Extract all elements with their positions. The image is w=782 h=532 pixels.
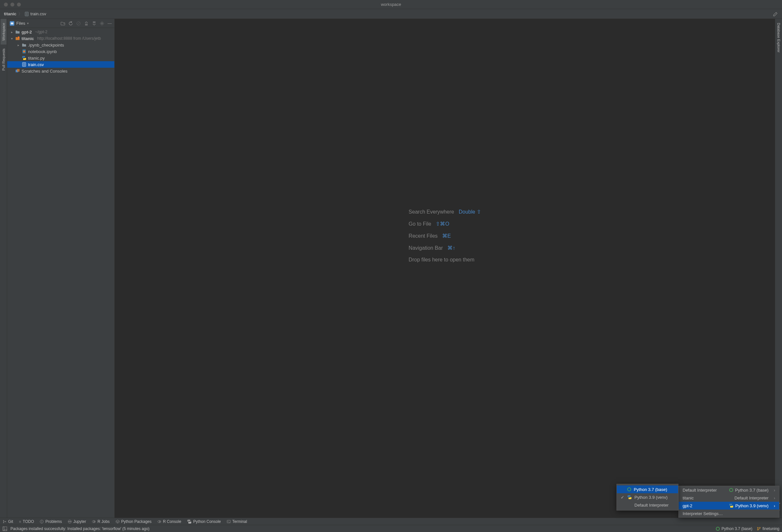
submenu-python37[interactable]: Python 3.7 (base) [617, 486, 678, 493]
tab-git-label: Git [8, 519, 13, 524]
tool-window-quick-access-icon[interactable] [3, 527, 7, 531]
tree-item-train-csv[interactable]: train.csv [7, 61, 114, 68]
welcome-label: Search Everywhere [408, 209, 454, 215]
tree-hint: ~/gpt-2 [35, 30, 47, 34]
tab-git[interactable]: Git [3, 519, 13, 524]
popup-default-interpreter[interactable]: Default Interpreter Python 3.7 (base) › [679, 486, 779, 494]
tab-database-label: Database Explorer [777, 23, 781, 52]
maximize-window-button[interactable] [17, 3, 21, 6]
welcome-label: Go to File [408, 221, 431, 227]
popup-interpreter-settings[interactable]: Interpreter Settings… [679, 509, 779, 517]
tab-workspace[interactable]: Workspace [1, 19, 6, 45]
tree-label: .ipynb_checkpoints [28, 43, 64, 47]
project-tree[interactable]: gpt-2 ~/gpt-2 titanic http://localhost:8… [7, 28, 114, 518]
submenu-default[interactable]: Default Interpreter [617, 501, 678, 509]
project-panel-title[interactable]: Files ▾ [10, 21, 29, 26]
tab-workspace-label: Workspace [2, 23, 5, 41]
hide-panel-icon[interactable]: — [108, 21, 112, 26]
welcome-label: Navigation Bar [408, 245, 443, 251]
svg-point-20 [5, 521, 6, 522]
svg-rect-17 [17, 69, 20, 72]
welcome-label: Drop files here to open them [408, 257, 474, 263]
gear-icon[interactable] [100, 21, 104, 26]
svg-point-19 [3, 522, 4, 523]
locate-icon[interactable] [61, 21, 65, 26]
tree-item-gpt2[interactable]: gpt-2 ~/gpt-2 [7, 29, 114, 35]
tab-problems-label: Problems [45, 519, 62, 524]
tab-terminal[interactable]: Terminal [227, 519, 247, 524]
python-icon [729, 503, 734, 508]
edit-icon[interactable] [773, 11, 778, 16]
tab-python-console[interactable]: Python Console [187, 519, 221, 524]
file-icon [25, 12, 29, 16]
tree-item-notebook[interactable]: notebook.ipynb [7, 48, 114, 55]
tab-rconsole[interactable]: R R Console [157, 519, 181, 524]
tree-label: titanic.py [28, 56, 45, 61]
status-interpreter[interactable]: Python 3.7 (base) [716, 527, 752, 531]
git-icon [3, 520, 6, 524]
tab-rjobs-label: R Jobs [98, 519, 109, 524]
breadcrumb-file[interactable]: train.csv [25, 11, 46, 16]
svg-rect-32 [4, 529, 7, 531]
files-view-icon [10, 21, 14, 26]
tree-item-checkpoints[interactable]: .ipynb_checkpoints [7, 42, 114, 48]
welcome-drop-files: Drop files here to open them [408, 257, 481, 263]
tab-jupyter-bottom-label: Jupyter [73, 519, 86, 524]
svg-point-9 [17, 36, 20, 38]
svg-point-11 [23, 50, 25, 52]
expand-arrow-icon[interactable] [16, 43, 20, 47]
tab-pull-requests[interactable]: Pull Requests [1, 45, 6, 75]
tab-rconsole-label: R Console [163, 519, 181, 524]
minimize-window-button[interactable] [10, 3, 14, 6]
stop-icon[interactable] [76, 21, 81, 26]
svg-point-8 [101, 23, 103, 24]
tree-item-scratches[interactable]: Scratches and Consoles [7, 68, 114, 74]
expand-all-icon[interactable] [84, 21, 88, 26]
svg-point-33 [757, 527, 758, 528]
tab-todo[interactable]: ≡ TODO [19, 519, 34, 524]
expand-arrow-icon[interactable] [10, 30, 14, 34]
refresh-icon[interactable] [68, 21, 73, 26]
right-tool-strip: Database Explorer Jupyter [775, 19, 782, 518]
python-icon [627, 495, 632, 499]
tab-python-packages[interactable]: Python Packages [116, 519, 151, 524]
interpreter-status-icon [627, 487, 631, 491]
close-window-button[interactable] [4, 3, 8, 6]
jupyter-icon [68, 520, 72, 524]
popup-row-label: gpt-2 [683, 503, 720, 508]
status-git-branch[interactable]: finetuning [757, 527, 779, 531]
scratches-icon [15, 68, 20, 74]
r-console-icon: R [157, 520, 161, 524]
tree-item-titanic-py[interactable]: titanic.py [7, 55, 114, 61]
welcome-panel: Search Everywhere Double ⇧ Go to File ⇧⌘… [408, 209, 481, 263]
tree-hint: http://localhost:8888 from /Users/jetb [37, 36, 101, 41]
tab-jupyter-bottom[interactable]: Jupyter [68, 519, 86, 524]
tab-todo-label: TODO [23, 519, 34, 524]
popup-project-gpt2[interactable]: gpt-2 Python 3.9 (venv) › [679, 502, 779, 509]
window-controls [0, 3, 21, 6]
tab-problems[interactable]: Problems [40, 519, 62, 524]
tree-label: gpt-2 [22, 30, 32, 35]
svg-line-7 [77, 22, 80, 25]
chevron-right-icon: › [774, 503, 775, 508]
status-interpreter-label: Python 3.7 (base) [721, 527, 752, 531]
popup-row-value: Python 3.9 (venv) [736, 503, 769, 508]
submenu-label: Default Interpreter [634, 503, 674, 507]
jupyter-folder-icon [15, 36, 20, 41]
breadcrumb-file-label: train.csv [30, 11, 46, 16]
popup-project-titanic[interactable]: titanic Default Interpreter › [679, 494, 779, 502]
breadcrumb-project[interactable]: titanic [4, 11, 16, 16]
welcome-goto-file: Go to File ⇧⌘O [408, 221, 481, 227]
collapse-all-icon[interactable] [92, 21, 97, 26]
submenu-python39[interactable]: ✓ Python 3.9 (venv) [617, 493, 678, 501]
welcome-label: Recent Files [408, 233, 437, 239]
editor-area[interactable]: Search Everywhere Double ⇧ Go to File ⇧⌘… [115, 19, 775, 518]
breadcrumb-separator: 〉 [18, 11, 23, 17]
collapse-arrow-icon[interactable] [10, 37, 14, 40]
tab-rjobs[interactable]: R R Jobs [92, 519, 109, 524]
window-title: workspace [381, 2, 401, 7]
tab-database-explorer[interactable]: Database Explorer [776, 19, 782, 56]
tree-item-titanic[interactable]: titanic http://localhost:8888 from /User… [7, 35, 114, 42]
tree-label: Scratches and Consoles [22, 69, 67, 74]
svg-point-35 [759, 527, 760, 528]
